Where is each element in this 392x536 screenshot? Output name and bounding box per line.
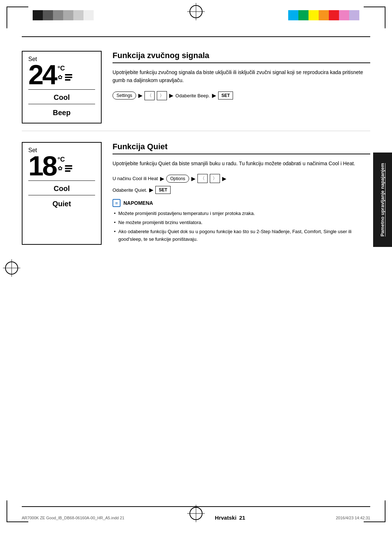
q-arrow4: ▶ [149,187,153,193]
q-chevron-right[interactable]: 〉 [210,174,220,183]
footer-language: Hrvatski [215,515,236,521]
beep-seg-bars [65,74,72,81]
napomena-title-row: ≡ NAPOMENA [113,199,370,207]
beep-divider1 [28,89,95,90]
beep-temp-num: 24 [28,62,56,87]
quiet-seg-bars [65,165,72,172]
reg-mark-tl [7,7,28,28]
beep-bottom-label: Beep [53,109,71,117]
section-quiet: Set 18 °C ✿ [22,135,370,252]
beep-section-desc: Upotrijebite funkciju zvučnog signala da… [113,68,370,85]
footer: AR7000K ZE Good_IB_DB68-06160A-00_HR_A5.… [22,515,370,521]
chevron-right-btn[interactable]: 〉 [157,91,167,100]
sidebar-right: Pametno upravljanje napajanjem [373,153,392,247]
quiet-instruction-line1: U načinu Cool ili Heat ▶ Options ▶ 〈 〉 ▶ [113,174,370,183]
beep-fan-bars: ✿ [58,74,72,81]
section-divider [22,131,370,131]
quiet-fan-bars: ✿ [58,165,72,172]
reg-mark-tr [364,7,385,28]
footer-left-text: AR7000K ZE Good_IB_DB68-06160A-00_HR_A5.… [22,516,124,520]
arrow2: ▶ [169,93,173,98]
quiet-fan-icon: ✿ [58,165,62,172]
display-inner-beep: Set 24 °C ✿ [28,56,95,117]
napomena-box: ≡ NAPOMENA Možete promijeniti postavljen… [113,199,370,243]
quiet-temp-num: 18 [28,154,56,178]
napomena-item-3: Ako odaberete funkciju Quiet dok su u po… [113,228,370,243]
quiet-mode-label: Cool [54,184,70,193]
napomena-icon: ≡ [113,199,121,207]
display-box-quiet: Set 18 °C ✿ [22,142,102,245]
set-btn-beep[interactable]: SET [218,92,233,100]
quiet-prefix2: Odaberite Quiet. [113,187,147,193]
arrow3: ▶ [212,93,216,98]
quiet-degree: °C [58,156,72,163]
reg-circle-left [5,261,18,275]
quiet-divider1 [28,180,95,181]
sidebar-label: Pametno upravljanje napajanjem [379,163,386,236]
napomena-item-1: Možete promijeniti postavljenu temperatu… [113,210,370,218]
arrow1: ▶ [138,93,142,98]
beep-temp-row: 24 °C ✿ [28,62,95,87]
beep-section-title: Funkcija zvučnog signala [113,51,370,63]
set-btn-quiet[interactable]: SET [155,186,170,194]
options-btn[interactable]: Options [166,175,189,183]
napomena-list: Možete promijeniti postavljenu temperatu… [113,210,370,243]
beep-instruction-line: Settings ▶ 〈 〉 ▶ Odaberite Beep. ▶ SET [113,91,370,100]
beep-divider2 [28,104,95,104]
quiet-bottom-label: Quiet [52,200,71,208]
display-box-beep: Set 24 °C ✿ [22,51,102,123]
quiet-section-desc: Upotrijebite funkciju Quiet da biste sma… [113,159,370,167]
q-arrow1: ▶ [160,176,164,182]
beep-choose-text: Odaberite Beep. [175,93,210,98]
section-beep: Set 24 °C ✿ [22,40,370,131]
display-inner-quiet: Set 18 °C ✿ [28,147,95,208]
chevron-left-btn[interactable]: 〈 [144,91,155,100]
q-arrow3: ▶ [222,176,226,182]
footer-page: Hrvatski 21 [215,515,245,521]
napomena-title-text: NAPOMENA [123,200,153,206]
color-bar-tr [288,10,359,20]
beep-right-side: °C ✿ [58,65,72,81]
reg-circle-top [189,5,203,18]
sidebar-label-underline: Pametno upravljanje napajanjem [380,163,385,236]
bottom-rule [22,506,370,507]
quiet-right-content: Funkcija Quiet Upotrijebite funkciju Qui… [113,142,370,245]
napomena-item-2: Ne možete promijeniti brzinu ventilatora… [113,219,370,227]
beep-right-content: Funkcija zvučnog signala Upotrijebite fu… [113,51,370,123]
quiet-temp-row: 18 °C ✿ [28,154,95,178]
beep-mode-label: Cool [54,93,70,102]
main-content: Set 24 °C ✿ [22,40,370,503]
top-rule [22,36,370,37]
color-bar-tl [33,10,94,20]
quiet-divider2 [28,195,95,195]
quiet-prefix1: U načinu Cool ili Heat [113,176,158,181]
quiet-section-title: Funkcija Quiet [113,142,370,154]
footer-page-num: 21 [239,515,245,521]
quiet-right-side: °C ✿ [58,156,72,172]
settings-btn[interactable]: Settings [113,92,136,100]
beep-fan-icon: ✿ [58,74,62,81]
beep-degree: °C [58,65,72,72]
quiet-instruction-line2: Odaberite Quiet. ▶ SET [113,186,370,194]
q-arrow2: ▶ [191,176,195,182]
q-chevron-left[interactable]: 〈 [197,174,208,183]
footer-right-text: 2016/4/23 14:42:31 [336,516,370,520]
